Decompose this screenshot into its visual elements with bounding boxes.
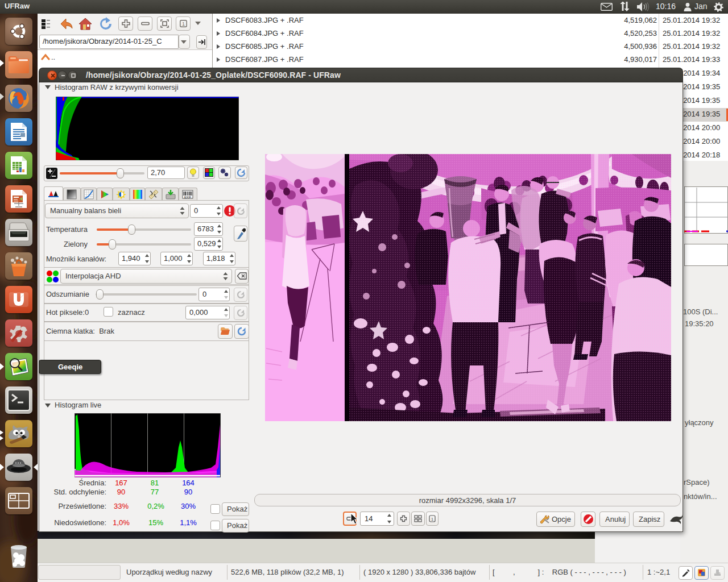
svg-text:1: 1 <box>431 517 434 522</box>
svg-text:EXIF: EXIF <box>184 196 192 199</box>
svg-text:1: 1 <box>182 21 185 27</box>
